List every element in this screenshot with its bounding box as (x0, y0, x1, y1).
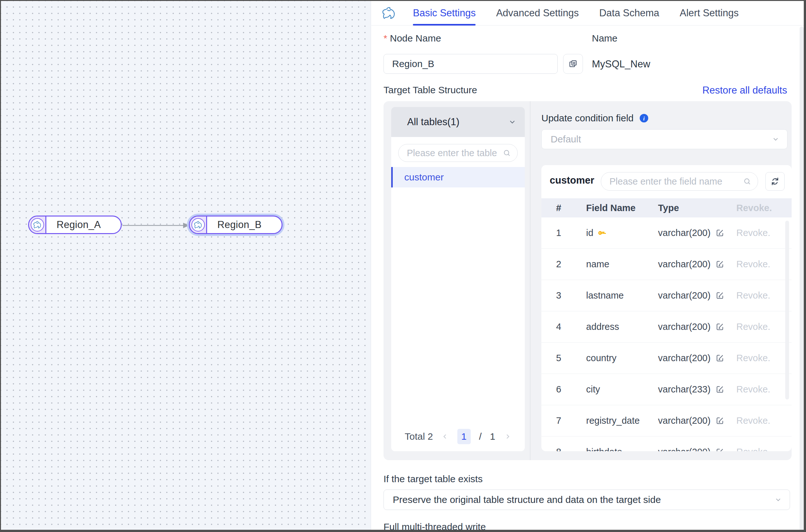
field-row: 7 registry_date varchar(200) Revoke. (542, 405, 792, 437)
app-window: Region_A Region_B (0, 0, 806, 532)
revoke-action[interactable]: Revoke. (736, 290, 792, 301)
revoke-action[interactable]: Revoke. (736, 228, 792, 238)
connector-arrow (122, 222, 189, 229)
tables-list: All tables(1) Please enter the table cus… (391, 107, 525, 451)
search-icon (503, 149, 511, 157)
info-icon[interactable]: i (639, 113, 649, 123)
revoke-action[interactable]: Revoke. (736, 322, 792, 332)
page-separator: / (479, 431, 482, 442)
primary-key-icon (596, 227, 608, 239)
field-row: 6 city varchar(233) Revoke. (542, 374, 792, 405)
field-row: 8 birthdate varchar(200) Revoke. (542, 437, 792, 451)
edit-type-icon[interactable] (716, 416, 724, 425)
fields-card: customer Please enter the field name # (542, 165, 792, 451)
field-row: 2 name varchar(200) Revoke. (542, 249, 792, 280)
edit-type-icon[interactable] (716, 229, 724, 237)
field-row: 3 lastname varchar(200) Revoke. (542, 280, 792, 311)
tab-data-schema[interactable]: Data Schema (599, 1, 659, 25)
refresh-icon (770, 176, 780, 186)
col-type: Type (658, 203, 736, 213)
edit-type-icon[interactable] (716, 385, 724, 394)
pagination: Total 2 1 / 1 (391, 429, 525, 444)
tab-bar: Basic Settings Advanced Settings Data Sc… (371, 1, 804, 25)
chevron-right-icon[interactable] (504, 433, 511, 440)
node-name-label: Node Name (384, 33, 441, 44)
copy-button[interactable] (563, 54, 583, 74)
table-structure-card: All tables(1) Please enter the table cus… (384, 101, 792, 460)
col-revoke: Revoke. (736, 203, 792, 213)
search-icon (743, 177, 751, 186)
connection-name-value: MySQL_New (592, 58, 651, 70)
svg-text:i: i (643, 116, 645, 122)
edit-type-icon[interactable] (716, 260, 724, 269)
field-search-input[interactable]: Please enter the field name (601, 172, 758, 191)
mysql-dolphin-icon (33, 221, 42, 229)
edit-type-icon[interactable] (716, 354, 724, 362)
tab-basic-settings[interactable]: Basic Settings (413, 1, 476, 25)
all-tables-dropdown[interactable]: All tables(1) (391, 107, 525, 137)
revoke-action[interactable]: Revoke. (736, 384, 792, 395)
selected-table-label: customer (550, 175, 594, 186)
pagination-total: Total 2 (405, 431, 433, 442)
chevron-down-icon (774, 496, 782, 504)
revoke-action[interactable]: Revoke. (736, 259, 792, 269)
settings-panel: Basic Settings Advanced Settings Data Sc… (371, 1, 804, 530)
section-title: Target Table Structure (384, 84, 477, 95)
tab-advanced-settings[interactable]: Advanced Settings (496, 1, 579, 25)
pipeline-canvas[interactable]: Region_A Region_B (1, 1, 371, 530)
col-index: # (556, 203, 586, 213)
revoke-action[interactable]: Revoke. (736, 447, 792, 451)
table-search-input[interactable]: Please enter the table (398, 144, 518, 162)
node-icon-box (190, 216, 207, 233)
restore-defaults-link[interactable]: Restore all defaults (702, 84, 787, 96)
chevron-down-icon (508, 118, 516, 126)
node-label: Region_B (207, 216, 281, 233)
node-icon-box (29, 216, 46, 233)
total-pages: 1 (490, 431, 495, 442)
fields-scrollbar[interactable] (785, 221, 789, 399)
edit-type-icon[interactable] (716, 291, 724, 300)
name-label: Name (592, 33, 618, 44)
edit-type-icon[interactable] (716, 323, 724, 331)
target-exists-select[interactable]: Preserve the original table structure an… (384, 490, 790, 510)
refresh-button[interactable] (765, 172, 785, 191)
mysql-dolphin-icon (194, 221, 203, 229)
field-row: 1 id varchar(200) Revoke. (542, 217, 792, 249)
tab-alert-settings[interactable]: Alert Settings (680, 1, 738, 25)
mysql-dolphin-icon (382, 6, 396, 20)
update-condition-label: Update condition field (542, 113, 634, 124)
panel-scrollbar[interactable] (800, 26, 804, 530)
chevron-down-icon (772, 135, 780, 143)
field-row: 5 country varchar(200) Revoke. (542, 343, 792, 374)
node-label: Region_A (46, 216, 121, 233)
node-region-b[interactable]: Region_B (189, 215, 282, 234)
revoke-action[interactable]: Revoke. (736, 415, 792, 426)
revoke-action[interactable]: Revoke. (736, 353, 792, 363)
copy-icon (568, 59, 578, 69)
table-list-item-customer[interactable]: customer (391, 167, 525, 187)
divider (530, 101, 531, 460)
fields-table-header: # Field Name Type Revoke. (542, 198, 792, 217)
update-condition-select[interactable]: Default (542, 129, 787, 149)
field-row: 4 address varchar(200) Revoke. (542, 311, 792, 343)
col-field-name: Field Name (586, 203, 658, 213)
chevron-left-icon[interactable] (441, 433, 449, 440)
target-exists-label: If the target table exists (384, 474, 482, 484)
multithread-label: Full multi-threaded write (384, 521, 486, 532)
current-page[interactable]: 1 (457, 429, 471, 444)
edit-type-icon[interactable] (716, 448, 724, 451)
node-name-input[interactable]: Region_B (384, 54, 558, 74)
node-region-a[interactable]: Region_A (28, 215, 122, 234)
